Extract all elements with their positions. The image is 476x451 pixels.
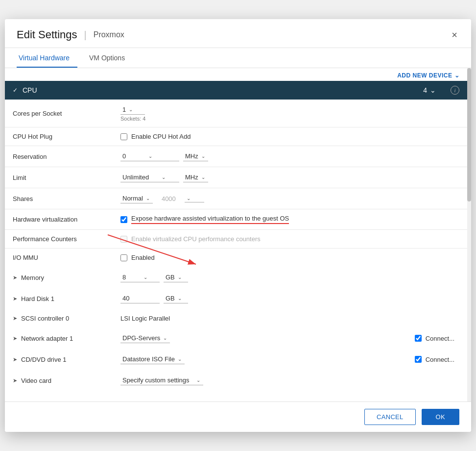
chevron-down-icon: ⌄ [178, 356, 182, 362]
cdrom-value-select[interactable]: Datastore ISO File ⌄ [120, 354, 185, 364]
table-row: Hardware virtualization Expose hardware … [5, 209, 467, 230]
table-row: Performance Counters Enable virtualized … [5, 230, 467, 249]
scrollbar-track[interactable] [467, 68, 471, 401]
chevron-down-icon: ⌄ [187, 196, 190, 201]
chevron-down-icon: ⌄ [146, 196, 150, 201]
cpu-info-icon[interactable]: i [451, 86, 459, 95]
limit-value-select[interactable]: Unlimited ⌄ [120, 173, 179, 182]
memory-section-label: ➤ Memory [13, 274, 105, 281]
network-value-select[interactable]: DPG-Servers ⌄ [120, 333, 170, 343]
chevron-down-icon: ⌄ [148, 153, 152, 159]
chevron-down-icon: ⌄ [201, 153, 205, 159]
hw-virt-checkbox-label[interactable]: Expose hardware assisted virtualization … [120, 215, 459, 224]
expand-chevron-icon: ➤ [13, 315, 17, 322]
perf-counters-checkbox [120, 236, 127, 243]
dialog-footer: CANCEL OK [5, 401, 471, 432]
chevron-down-icon: ⌄ [163, 335, 167, 341]
network-connect-label[interactable]: Connect... [415, 335, 454, 342]
chevron-down-icon: ⌄ [178, 296, 182, 301]
chevron-down-icon: ⌄ [129, 107, 133, 112]
network-connect-checkbox[interactable] [415, 335, 422, 342]
table-row[interactable]: ➤ Video card Specify custom settings ⌄ [5, 370, 467, 391]
cpu-section-label: CPU [23, 86, 423, 94]
shares-row: Normal ⌄ 4000 ⌄ [120, 194, 459, 203]
tab-vm-options[interactable]: VM Options [87, 48, 133, 68]
hard-disk-value-select[interactable]: 40 [120, 294, 160, 303]
ok-button[interactable]: OK [422, 409, 459, 425]
chevron-down-icon: ⌄ [196, 377, 200, 383]
memory-value-select[interactable]: 8 ⌄ [120, 273, 160, 282]
dialog-header: Edit Settings | Proxmox × [5, 19, 471, 48]
expand-chevron-icon: ➤ [13, 275, 17, 281]
cdrom-section-label: ➤ CD/DVD drive 1 [13, 356, 105, 363]
sockets-label: Sockets: 4 [120, 116, 459, 122]
hard-disk-section-label: ➤ Hard Disk 1 [13, 295, 105, 302]
hard-disk-unit-select[interactable]: GB ⌄ [164, 294, 188, 303]
hw-virt-checkbox[interactable] [120, 216, 127, 223]
hard-disk-section: ➤ Hard Disk 1 40 GB ⌄ [5, 288, 467, 309]
dialog-title: Edit Settings [17, 28, 77, 41]
scsi-value: LSI Logic Parallel [120, 315, 170, 322]
table-row: Shares Normal ⌄ 4000 ⌄ [5, 188, 467, 209]
shares-num: 4000 [162, 195, 176, 202]
tab-virtual-hardware[interactable]: Virtual Hardware [17, 48, 77, 68]
dialog-subtitle: Proxmox [94, 30, 124, 39]
expand-chevron-icon: ➤ [13, 335, 17, 342]
cpu-hot-plug-label: CPU Hot Plug [5, 127, 113, 146]
cpu-hot-plug-checkbox[interactable] [120, 133, 127, 140]
cpu-section-header[interactable]: ✓ CPU 4 ⌄ i [5, 81, 467, 100]
hw-virt-label: Hardware virtualization [5, 209, 113, 230]
perf-counters-checkbox-label: Enable virtualized CPU performance count… [120, 235, 459, 243]
network-section: ➤ Network adapter 1 DPG-Servers ⌄ [5, 328, 467, 349]
table-row: CPU Hot Plug Enable CPU Hot Add [5, 127, 467, 146]
table-row[interactable]: ➤ CD/DVD drive 1 Datastore ISO File ⌄ [5, 349, 467, 370]
cpu-settings-table: Cores per Socket 1 ⌄ Sockets: 4 CPU Hot … [5, 100, 467, 267]
limit-unit-select[interactable]: MHz ⌄ [183, 173, 208, 182]
cpu-chevron-icon: ⌄ [430, 86, 436, 94]
scsi-section-label: ➤ SCSI controller 0 [13, 315, 105, 322]
chevron-down-icon: ⌄ [143, 275, 147, 280]
expand-chevron-icon: ➤ [13, 377, 17, 384]
perf-counters-label: Performance Counters [5, 230, 113, 249]
network-section-label: ➤ Network adapter 1 [13, 335, 105, 342]
table-row[interactable]: ➤ Hard Disk 1 40 GB ⌄ [5, 288, 467, 309]
title-separator: | [84, 29, 87, 41]
hard-disk-value-row: 40 GB ⌄ [120, 294, 459, 303]
table-row[interactable]: ➤ Memory 8 ⌄ GB ⌄ [5, 267, 467, 288]
table-row: Reservation 0 ⌄ MHz ⌄ [5, 146, 467, 167]
table-row: Cores per Socket 1 ⌄ Sockets: 4 [5, 100, 467, 127]
iommu-label: I/O MMU [5, 249, 113, 267]
cores-per-socket-select[interactable]: 1 ⌄ [120, 105, 145, 115]
memory-section: ➤ Memory 8 ⌄ GB ⌄ [5, 267, 467, 288]
shares-num-select[interactable]: ⌄ [185, 195, 204, 202]
cdrom-section: ➤ CD/DVD drive 1 Datastore ISO File ⌄ [5, 349, 467, 370]
cdrom-connect-checkbox[interactable] [415, 356, 422, 363]
edit-settings-dialog: Edit Settings | Proxmox × Virtual Hardwa… [5, 19, 471, 432]
iommu-checkbox[interactable] [120, 254, 127, 261]
scsi-section: ➤ SCSI controller 0 LSI Logic Parallel [5, 309, 467, 327]
reservation-row: 0 ⌄ MHz ⌄ [120, 151, 459, 161]
cdrom-connect-label[interactable]: Connect... [415, 356, 454, 363]
reservation-unit-select[interactable]: MHz ⌄ [183, 151, 208, 161]
cpu-hot-plug-checkbox-label[interactable]: Enable CPU Hot Add [120, 133, 459, 140]
cpu-section-value: 4 ⌄ [423, 86, 436, 94]
table-row: I/O MMU Enabled [5, 249, 467, 267]
chevron-down-icon: ⌄ [178, 275, 182, 280]
shares-type-select[interactable]: Normal ⌄ [120, 194, 153, 203]
table-row[interactable]: ➤ Network adapter 1 DPG-Servers ⌄ [5, 328, 467, 349]
table-row[interactable]: ➤ SCSI controller 0 LSI Logic Parallel [5, 309, 467, 327]
memory-unit-select[interactable]: GB ⌄ [164, 273, 188, 282]
cancel-button[interactable]: CANCEL [364, 409, 416, 425]
video-card-value-select[interactable]: Specify custom settings ⌄ [120, 376, 203, 385]
table-row: Limit Unlimited ⌄ MHz ⌄ [5, 167, 467, 188]
limit-row: Unlimited ⌄ MHz ⌄ [120, 173, 459, 182]
add-new-device-button[interactable]: ADD NEW DEVICE ⌄ [397, 72, 459, 79]
close-button[interactable]: × [450, 28, 459, 42]
video-card-section: ➤ Video card Specify custom settings ⌄ [5, 370, 467, 391]
chevron-down-icon: ⌄ [201, 175, 205, 180]
memory-value-row: 8 ⌄ GB ⌄ [120, 273, 459, 282]
scrollbar-thumb[interactable] [467, 68, 471, 201]
reservation-value-select[interactable]: 0 ⌄ [120, 151, 179, 161]
iommu-checkbox-label[interactable]: Enabled [120, 254, 459, 261]
add-device-bar: ADD NEW DEVICE ⌄ [5, 68, 467, 81]
